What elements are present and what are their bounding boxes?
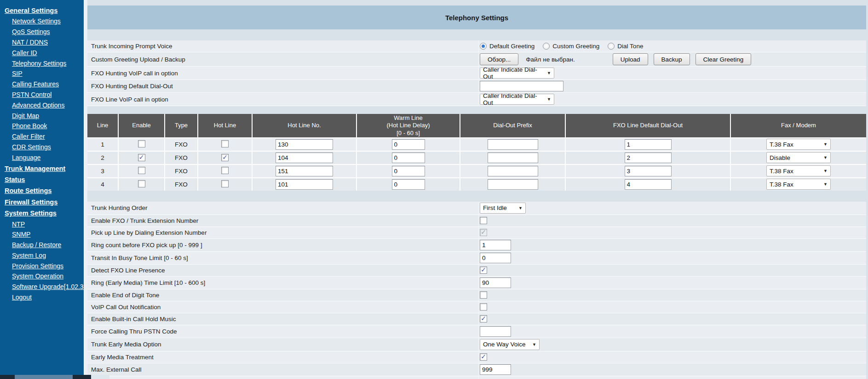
enable-checkbox[interactable]	[138, 167, 145, 174]
sidebar-item-cdr-settings[interactable]: CDR Settings	[12, 143, 84, 151]
hot-line-checkbox[interactable]	[221, 167, 229, 174]
hot-line-checkbox[interactable]	[221, 140, 229, 147]
pick-up-line-by-dialing-extension-number-label: Pick up Line by Dialing Extension Number	[87, 227, 478, 238]
hot-line-checkbox[interactable]	[221, 180, 229, 187]
sidebar-item-system-settings[interactable]: System Settings	[5, 209, 84, 217]
max-external-call-input[interactable]	[480, 364, 511, 375]
sidebar-item-caller-id[interactable]: Caller ID	[12, 49, 84, 57]
sidebar-item-status[interactable]: Status	[5, 176, 84, 184]
sidebar-item-pstn-control[interactable]: PSTN Control	[12, 91, 84, 99]
sidebar-item-backup-restore[interactable]: Backup / Restore	[12, 241, 84, 249]
browse-button[interactable]: Обзор...	[480, 53, 518, 65]
sidebar-item-digit-map[interactable]: Digit Map	[12, 112, 84, 120]
upload-button[interactable]: Upload	[613, 53, 648, 65]
voip-call-out-notification-checkbox[interactable]	[480, 303, 487, 311]
fxo-default-dial-out-input[interactable]	[625, 179, 672, 190]
sidebar-item-telephony-settings[interactable]: Telephony Settings	[12, 60, 84, 68]
warm-line-delay-input[interactable]	[392, 139, 425, 150]
warm-line-delay-input[interactable]	[392, 153, 425, 163]
sidebar-item-advanced-options[interactable]: Advanced Options	[12, 102, 84, 109]
chevron-down-icon: ▼	[823, 155, 828, 160]
scrollbar-thumb[interactable]	[15, 375, 73, 379]
fax-modem-select[interactable]: T.38 Fax▼	[766, 165, 831, 176]
fxo-default-dial-out-input[interactable]	[625, 153, 672, 163]
enable-built-in-call-hold-music-checkbox[interactable]: ✓	[480, 315, 487, 322]
dial-out-prefix-input[interactable]	[488, 153, 538, 163]
trunk-early-media-option-select[interactable]: One Way Voice▼	[480, 339, 540, 350]
settings-row-pick-up-line-by-dialing-extension-number: Pick up Line by Dialing Extension Number…	[87, 227, 866, 239]
enable-end-of-digit-tone-checkbox[interactable]	[480, 291, 487, 299]
enable-checkbox[interactable]: ✓	[138, 154, 145, 161]
dial-out-prefix-input[interactable]	[488, 166, 538, 176]
fxo-line-voip-select[interactable]: Caller Indicate Dial-Out ▼	[480, 94, 554, 105]
setting-label-text: Enable End of Digit Tone	[91, 292, 478, 299]
column-header-fxo-line-default-dial-out: FXO Line Default Dial-Out	[566, 114, 731, 137]
ring-count-before-fxo-pick-up-input[interactable]	[480, 240, 511, 250]
sidebar-item-sip[interactable]: SIP	[12, 70, 84, 78]
sidebar-item-snmp[interactable]: SNMP	[12, 231, 84, 238]
sidebar-item-ntp[interactable]: NTP	[12, 221, 84, 228]
force-calling-thru-pstn-code-input[interactable]	[480, 326, 511, 337]
sidebar-item-logout[interactable]: Logout	[12, 294, 84, 301]
fxo-default-dial-out-input[interactable]	[625, 139, 672, 150]
horizontal-scrollbar[interactable]	[0, 375, 109, 379]
fax-modem-select[interactable]: T.38 Fax▼	[766, 179, 831, 190]
fxo-hunting-voip-select[interactable]: Caller Indicate Dial-Out ▼	[480, 68, 554, 79]
sidebar-item-system-log[interactable]: System Log	[12, 252, 84, 260]
backup-button[interactable]: Backup	[654, 53, 690, 65]
sidebar-item-software-upgrade-1-02-38[interactable]: Software Upgrade[1.02.38.	[12, 283, 84, 291]
dial-out-prefix-input[interactable]	[488, 179, 538, 190]
settings-row-early-media-treatment: Early Media Treatment✓	[87, 351, 866, 363]
check-mark-icon: ✓	[139, 154, 144, 160]
radio-custom-greeting[interactable]: Custom Greeting	[543, 43, 599, 50]
enable-checkbox[interactable]	[138, 140, 145, 147]
select-value: Disable	[770, 154, 790, 161]
hot-line-no-input[interactable]	[276, 139, 333, 150]
sidebar-item-firewall-settings[interactable]: Firewall Settings	[5, 198, 84, 206]
warm-line-delay-input[interactable]	[392, 166, 425, 176]
fax-modem-select[interactable]: Disable▼	[766, 152, 831, 163]
ring-early-media-time-limit-input[interactable]	[480, 277, 511, 288]
setting-label-text: Trunk Hunting Order	[91, 204, 478, 211]
sidebar-item-trunk-management[interactable]: Trunk Management	[5, 165, 84, 173]
dial-out-prefix-input[interactable]	[488, 139, 538, 150]
trunk-hunting-order-select[interactable]: First Idle▼	[480, 203, 526, 214]
sidebar-item-phone-book[interactable]: Phone Book	[12, 122, 84, 130]
enable-fxo-trunk-extension-number-checkbox[interactable]	[480, 217, 487, 224]
pick-up-line-by-dialing-extension-number-checkbox: ✓	[480, 229, 487, 236]
radio-default-greeting[interactable]: Default Greeting	[480, 43, 535, 50]
warm-line-delay-input[interactable]	[392, 179, 425, 190]
hot-line-no-input[interactable]	[276, 153, 333, 163]
hot-line-no-input[interactable]	[276, 166, 333, 176]
max-external-call-value	[478, 363, 866, 376]
settings-row: FXO Hunting VoIP call in option Caller I…	[87, 67, 866, 80]
sidebar-item-general-settings[interactable]: General Settings	[5, 7, 84, 15]
sidebar-item-provision-settings[interactable]: Provision Settings	[12, 262, 84, 270]
enable-checkbox[interactable]	[138, 180, 145, 187]
radio-dial-tone[interactable]: Dial Tone	[608, 43, 643, 50]
fax-modem-select[interactable]: T.38 Fax▼	[766, 139, 831, 150]
radio-label: Custom Greeting	[552, 43, 599, 50]
force-calling-thru-pstn-code-value	[478, 325, 866, 338]
settings-row-voip-centrex-extension-digit-count: VoIP Centrex Extension Digit Count[0=dis…	[87, 376, 866, 379]
clear-greeting-button[interactable]: Clear Greeting	[696, 53, 752, 65]
detect-fxo-line-presence-checkbox[interactable]: ✓	[480, 266, 487, 274]
hot-line-no-input[interactable]	[276, 179, 333, 190]
hot-line-checkbox[interactable]: ✓	[221, 154, 229, 161]
sidebar-item-caller-filter[interactable]: Caller Filter	[12, 133, 84, 141]
sidebar-item-network-settings[interactable]: Network Settings	[12, 17, 84, 25]
fxo-hunting-default-input[interactable]	[480, 81, 563, 91]
sidebar-item-qos-settings[interactable]: QoS Settings	[12, 28, 84, 36]
sidebar-item-nat-ddns[interactable]: NAT / DDNS	[12, 39, 84, 46]
radio-icon	[608, 43, 615, 50]
early-media-treatment-checkbox[interactable]: ✓	[480, 353, 487, 361]
transit-in-busy-tone-limit-input[interactable]	[480, 253, 511, 263]
early-media-treatment-value: ✓	[478, 351, 866, 363]
setting-label-text: Enable FXO / Trunk Extension Number	[91, 217, 478, 224]
sidebar-item-language[interactable]: Language	[12, 154, 84, 162]
fxo-default-dial-out-input[interactable]	[625, 166, 672, 176]
settings-row-max-external-call: Max. External Call	[87, 363, 866, 376]
sidebar-item-route-settings[interactable]: Route Settings	[5, 187, 84, 195]
sidebar-item-system-operation[interactable]: System Operation	[12, 272, 84, 280]
sidebar-item-calling-features[interactable]: Calling Features	[12, 80, 84, 88]
